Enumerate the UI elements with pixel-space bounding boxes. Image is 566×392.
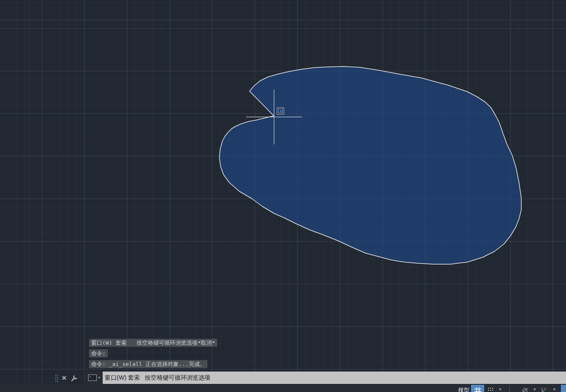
- grid-icon: [474, 386, 482, 392]
- drag-handle-icon[interactable]: [55, 374, 58, 382]
- command-history-line: 命令: _ai_selall 正在选择对象...完成。: [89, 360, 207, 368]
- command-bar-handle-group: ×: [55, 372, 79, 384]
- autocad-window: 窗口(W) 套索 按空格键可循环浏览选项*取消* 命令: 命令: _ai_sel…: [0, 0, 566, 392]
- crosshair-vertical-line: [274, 89, 274, 144]
- command-line-menu-button[interactable]: >_ ▼: [86, 372, 103, 384]
- close-icon[interactable]: ×: [62, 374, 66, 382]
- wrench-icon[interactable]: [70, 374, 79, 382]
- grid-display-button[interactable]: [471, 385, 484, 392]
- tracking-icon: [540, 386, 548, 392]
- snap-dots-icon: [488, 388, 493, 392]
- snap-mode-button[interactable]: [486, 385, 495, 392]
- command-history-line: 窗口(W) 套索 按空格键可循环浏览选项*取消*: [89, 339, 217, 347]
- drawing-canvas[interactable]: [0, 0, 566, 392]
- command-history-line: 命令:: [89, 349, 108, 357]
- status-separator: [509, 386, 510, 392]
- isodraft-dropdown-icon[interactable]: ▼: [533, 387, 537, 392]
- object-snap-tracking-button[interactable]: [539, 385, 549, 392]
- chevron-down-icon: ▼: [98, 376, 101, 380]
- snap-dropdown-icon[interactable]: ▼: [498, 387, 502, 392]
- isodraft-icon: [521, 387, 529, 392]
- isometric-drafting-button[interactable]: [520, 385, 529, 392]
- badge-blue-dot: [279, 110, 282, 112]
- terminal-icon: >_: [88, 375, 97, 381]
- tracking-dropdown-icon[interactable]: ▼: [552, 387, 556, 392]
- command-input[interactable]: 窗口(W) 套索 按空格键可循环浏览选项: [103, 372, 566, 384]
- active-button-edge[interactable]: [561, 385, 566, 392]
- status-bar: 模型 ▼ ▼ ▼: [0, 385, 566, 392]
- model-tab-label[interactable]: 模型: [458, 386, 469, 392]
- badge-inner-square: [278, 109, 283, 113]
- lasso-selection-badge-icon: [277, 107, 284, 115]
